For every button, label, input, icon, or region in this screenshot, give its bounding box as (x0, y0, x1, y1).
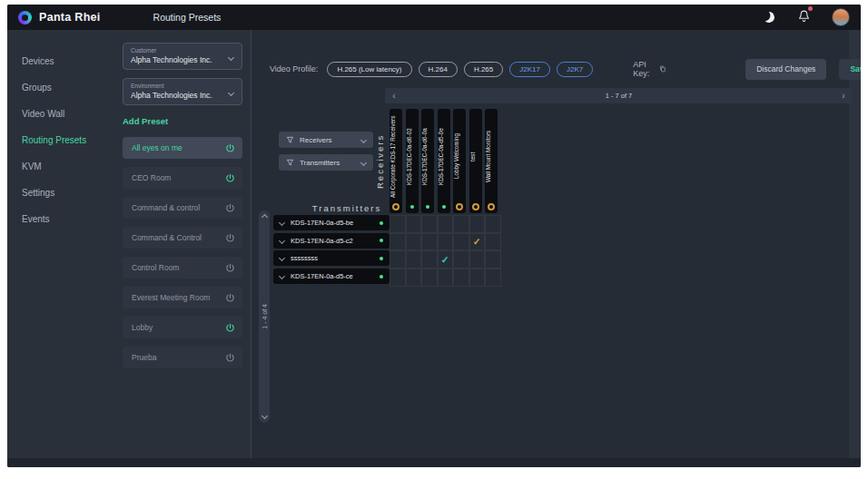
sidebar-item-settings[interactable]: Settings (7, 180, 107, 206)
routing-cell[interactable] (406, 269, 422, 287)
notifications-button[interactable] (798, 9, 810, 25)
sidebar-item-devices[interactable]: Devices (7, 48, 107, 74)
copy-icon[interactable] (659, 64, 666, 74)
routing-cell[interactable] (406, 233, 422, 251)
profile-pill[interactable]: H.264 (419, 62, 458, 77)
online-dot-icon (380, 257, 383, 260)
profile-pill[interactable]: J2K7 (557, 62, 593, 77)
transmitter-row-header[interactable]: KDS-17EN-0a-d5-ce (273, 269, 390, 284)
receiver-name: KDS-17DEC-0a-d6-02 (406, 113, 419, 200)
sidebar-item-groups[interactable]: Groups (7, 74, 107, 101)
routing-cell[interactable] (485, 215, 501, 233)
routing-cell[interactable] (485, 250, 501, 269)
routing-cell[interactable] (453, 269, 469, 287)
pagination-down-button[interactable] (261, 413, 267, 419)
routing-cell[interactable] (453, 215, 469, 233)
preset-item[interactable]: Prueba (123, 347, 242, 368)
routing-cell[interactable] (390, 269, 406, 287)
power-icon[interactable] (225, 353, 235, 363)
preset-item[interactable]: Control Room (123, 257, 242, 279)
routing-cell[interactable] (421, 269, 438, 287)
chevron-down-icon (279, 238, 285, 244)
online-dot-icon (410, 205, 414, 209)
routing-cell[interactable] (485, 233, 501, 251)
routing-cell[interactable] (453, 250, 469, 269)
pagination-prev-button[interactable]: ‹ (385, 88, 403, 103)
topbar: Panta Rhei Routing Presets (7, 5, 861, 30)
routing-cell[interactable] (469, 269, 486, 287)
routing-cell[interactable] (406, 250, 422, 269)
routing-cell[interactable] (469, 215, 486, 233)
sidebar-item-routing-presets[interactable]: Routing Presets (7, 127, 107, 153)
discard-changes-button[interactable]: Discard Changes (745, 59, 826, 80)
routing-cell[interactable] (390, 233, 406, 251)
receiver-column-header[interactable]: test (469, 109, 482, 213)
add-preset-button[interactable]: Add Preset (123, 116, 242, 126)
user-avatar[interactable] (832, 8, 850, 26)
preset-item[interactable]: CEO Room (123, 167, 242, 189)
group-icon (456, 203, 463, 210)
routing-cell[interactable] (485, 269, 501, 287)
transmitter-row-header[interactable]: ssssssss (273, 250, 390, 266)
receiver-column-header[interactable]: KDS-17DEC-0a-d6-0a (421, 109, 434, 213)
routing-cell[interactable] (438, 215, 454, 233)
sidebar-item-video-wall[interactable]: Video Wall (7, 101, 107, 127)
routing-cell[interactable] (390, 215, 406, 233)
receiver-column-header[interactable]: KDS-17DEC-0a-d5-0e (438, 109, 450, 213)
transmitter-row-header[interactable]: KDS-17EN-0a-d5-c2 (273, 233, 390, 249)
environment-select[interactable]: Environment Alpha Technologies Inc. (123, 78, 242, 105)
save-activate-button[interactable]: Save & Activate (839, 59, 861, 80)
pagination-next-button[interactable]: › (834, 88, 853, 103)
customer-select-value: Alpha Technologies Inc. (131, 55, 234, 64)
sidebar-item-events[interactable]: Events (7, 206, 107, 232)
receiver-column-header[interactable]: All Corporate KDS-17 Receivers (390, 109, 402, 213)
routing-cell[interactable]: ✓ (438, 250, 454, 269)
routing-cell[interactable] (438, 269, 454, 287)
transmitter-name: KDS-17EN-0a-d5-c2 (291, 237, 380, 245)
sidebar-item-kvm[interactable]: KVM (7, 153, 107, 180)
routing-cell[interactable] (421, 233, 438, 251)
power-icon[interactable] (225, 263, 235, 273)
routing-cell[interactable] (469, 250, 486, 269)
routing-cell[interactable]: ✓ (469, 233, 486, 251)
customer-select-label: Customer (131, 47, 234, 54)
profile-pill[interactable]: H.265 (464, 62, 503, 77)
customer-select[interactable]: Customer Alpha Technologies Inc. (123, 43, 242, 70)
routing-cell[interactable] (438, 233, 454, 251)
routing-cell[interactable] (421, 215, 438, 233)
pagination-up-button[interactable] (261, 214, 267, 220)
profile-pill[interactable]: J2K17 (509, 62, 550, 77)
routing-cell[interactable] (453, 233, 469, 251)
routing-cell[interactable] (390, 250, 406, 269)
preset-item[interactable]: Lobby (123, 317, 242, 338)
route-check-icon: ✓ (441, 255, 449, 265)
video-profile-label: Video Profile: (270, 64, 318, 73)
preset-item[interactable]: Command & control (123, 197, 242, 219)
receiver-column-header[interactable]: Wall Mount Monitors (485, 109, 498, 213)
power-icon[interactable] (225, 293, 235, 303)
receiver-column-header[interactable]: KDS-17DEC-0a-d6-02 (406, 109, 419, 213)
preset-item[interactable]: Command & Control (123, 227, 242, 249)
toolbar: Video Profile: H.265 (Low latency)H.264H… (270, 57, 837, 81)
receiver-name: KDS-17DEC-0a-d5-0e (438, 113, 450, 200)
dark-mode-toggle-moon-icon[interactable] (763, 11, 776, 24)
transmitter-row-header[interactable]: KDS-17EN-0a-d5-be (273, 215, 390, 230)
power-icon[interactable] (225, 233, 235, 243)
matrix-filters: Receivers Transmitters (279, 132, 373, 171)
transmitters-pagination: 1 - 4 of 4 (259, 210, 270, 423)
power-icon[interactable] (225, 173, 235, 183)
profile-pill[interactable]: H.265 (Low latency) (327, 62, 411, 77)
receiver-column-header[interactable]: Lobby Welcoming (453, 109, 466, 213)
receivers-filter-select[interactable]: Receivers (279, 132, 373, 148)
routing-cell[interactable] (421, 250, 438, 269)
power-icon[interactable] (225, 323, 235, 333)
transmitters-filter-select[interactable]: Transmitters (279, 154, 373, 171)
power-icon[interactable] (225, 143, 235, 153)
routing-cell[interactable] (406, 215, 422, 233)
power-icon[interactable] (225, 203, 235, 213)
route-check-icon: ✓ (473, 237, 481, 247)
pagination-range: 1 - 7 of 7 (403, 92, 834, 100)
environment-select-value: Alpha Technologies Inc. (131, 91, 234, 100)
preset-item[interactable]: Everest Meeting Room (123, 287, 242, 308)
preset-item[interactable]: All eyes on me (123, 137, 242, 159)
